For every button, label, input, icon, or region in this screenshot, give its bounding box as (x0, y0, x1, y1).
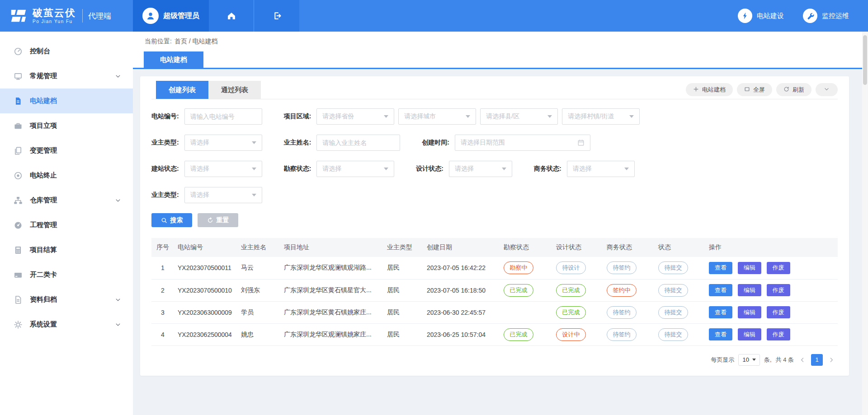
bolt-icon (738, 9, 752, 23)
cell-design-status: 已完成 (552, 301, 603, 323)
calendar-icon (577, 139, 585, 146)
cell-design-status: 已完成 (552, 279, 603, 301)
page-number-button[interactable]: 1 (811, 354, 823, 366)
brand-logo-icon (9, 6, 28, 25)
user-menu[interactable]: 超级管理员 (133, 0, 209, 32)
void-button[interactable]: 作废 (767, 284, 790, 296)
tab-create-list[interactable]: 创建列表 (156, 81, 208, 99)
sidebar-item[interactable]: 电站建档 (0, 89, 133, 113)
status-badge: 待提交 (658, 284, 688, 297)
home-button[interactable] (209, 0, 254, 32)
prev-page-button[interactable] (798, 357, 807, 363)
filter-group: 业主类型: 请选择 (151, 187, 262, 203)
toolbar-button[interactable] (816, 83, 838, 96)
edit-button[interactable]: 编辑 (738, 328, 761, 340)
sidebar-item[interactable]: 常规管理 (0, 64, 133, 89)
total-count: 共 4 条 (776, 356, 794, 364)
cell-index: 2 (151, 279, 174, 301)
column-header: 项目地址 (280, 238, 383, 257)
city-select[interactable]: 请选择城市 (398, 108, 476, 125)
cell-survey-status: 已完成 (500, 323, 552, 345)
station-code-input[interactable] (190, 113, 256, 120)
next-page-button[interactable] (827, 357, 836, 363)
filter-label: 设计状态: (416, 165, 443, 173)
cell-owner-name: 刘强东 (237, 279, 280, 301)
business-status-badge: 签约中 (607, 284, 637, 297)
sidebar-item[interactable]: 变更管理 (0, 138, 133, 163)
toolbar-button[interactable]: 刷新 (776, 83, 811, 96)
cell-owner-type: 居民 (383, 257, 423, 279)
sidebar-item[interactable]: 项目立项 (0, 113, 133, 138)
topbar-quick-link[interactable]: 监控运维 (803, 0, 849, 32)
sidebar-item[interactable]: 仓库管理 (0, 188, 133, 213)
filter-form: 电站编号: 项目区域: 请选择省份请选择城市请选择县/区请选择村镇/街道 业主类… (151, 108, 838, 203)
sidebar-item-label: 电站建档 (30, 97, 121, 105)
sidebar-item[interactable]: 电站终止 (0, 163, 133, 188)
void-button[interactable]: 作废 (767, 328, 790, 340)
toolbar-button[interactable]: 电站建档 (686, 83, 733, 96)
business-status-select[interactable]: 请选择 (567, 161, 635, 177)
void-button[interactable]: 作废 (767, 306, 790, 318)
town-select[interactable]: 请选择村镇/街道 (562, 108, 640, 125)
edit-button[interactable]: 编辑 (738, 306, 761, 318)
filter-label: 业主类型: (151, 139, 179, 147)
topbar-quick-link[interactable]: 电站建设 (738, 0, 784, 32)
panel-card: 创建列表 通过列表 电站建档 全屏 刷新 电站编号: 项目区域: 请选择省份请选… (140, 76, 849, 376)
create-time-date-range[interactable]: 请选择日期范围 (455, 135, 590, 151)
sidebar-item[interactable]: 开二类卡 (0, 262, 133, 287)
cell-status: 待提交 (655, 301, 705, 323)
chevron-down-icon (115, 73, 121, 79)
column-header: 状态 (655, 238, 705, 257)
scrollbar-thumb[interactable] (863, 35, 867, 85)
owner-name-input[interactable] (322, 139, 394, 146)
province-select[interactable]: 请选择省份 (316, 108, 394, 125)
caret-down-icon (252, 168, 256, 170)
caret-down-icon (252, 194, 256, 196)
void-button[interactable]: 作废 (767, 262, 790, 274)
breadcrumb-path[interactable]: 首页 / 电站建档 (175, 37, 218, 46)
owner-type-select[interactable]: 请选择 (184, 135, 262, 151)
sidebar-item-label: 开二类卡 (30, 270, 121, 279)
sidebar-item[interactable]: 工程管理 (0, 213, 133, 238)
caret-down-icon (384, 168, 388, 170)
filter-label: 业主姓名: (284, 139, 311, 147)
edit-button[interactable]: 编辑 (738, 262, 761, 274)
caret-down-icon (466, 115, 470, 118)
survey-status-select[interactable]: 请选择 (316, 161, 394, 177)
scrollbar[interactable] (862, 32, 868, 415)
view-button[interactable]: 查看 (709, 328, 732, 340)
view-button[interactable]: 查看 (709, 284, 732, 296)
reset-button[interactable]: 重置 (198, 213, 238, 227)
logout-button[interactable] (254, 0, 299, 32)
cell-business-status: 待签约 (603, 323, 655, 345)
breadcrumb-label: 当前位置: (145, 37, 172, 46)
toolbar-button[interactable]: 全屏 (737, 83, 772, 96)
filter-group: 勘察状态: 请选择 (284, 161, 395, 177)
reset-icon (207, 217, 213, 224)
settings-icon (14, 320, 23, 329)
search-button[interactable]: 搜索 (151, 213, 192, 227)
owner-type-2-select[interactable]: 请选择 (184, 187, 262, 203)
view-button[interactable]: 查看 (709, 306, 732, 318)
page-tab[interactable]: 电站建档 (144, 51, 203, 68)
cell-survey-status (500, 301, 552, 323)
sidebar-item[interactable]: 系统设置 (0, 312, 133, 337)
county-select[interactable]: 请选择县/区 (480, 108, 558, 125)
document-icon (14, 97, 23, 106)
status-badge: 待提交 (658, 261, 688, 274)
sidebar-item[interactable]: 控制台 (0, 39, 133, 64)
edit-button[interactable]: 编辑 (738, 284, 761, 296)
tab-passed-list[interactable]: 通过列表 (208, 81, 261, 99)
cell-owner-name: 学员 (237, 301, 280, 323)
sidebar-item-label: 仓库管理 (30, 196, 115, 205)
design-status-select[interactable]: 请选择 (449, 161, 512, 177)
sidebar-item[interactable]: 项目结算 (0, 238, 133, 262)
page-size-select[interactable]: 10 (738, 354, 760, 366)
column-header: 创建日期 (423, 238, 500, 257)
sidebar-item[interactable]: 资料归档 (0, 287, 133, 312)
cell-address: 广东深圳龙华区观澜镇姚家庄... (280, 323, 383, 345)
cell-owner-type: 居民 (383, 323, 423, 345)
view-button[interactable]: 查看 (709, 262, 732, 274)
build-status-select[interactable]: 请选择 (184, 161, 262, 177)
page: 破茧云伏 Po Jian Yun Fu 代理端 超级管理员 电站建设 监控运维 … (0, 0, 868, 415)
